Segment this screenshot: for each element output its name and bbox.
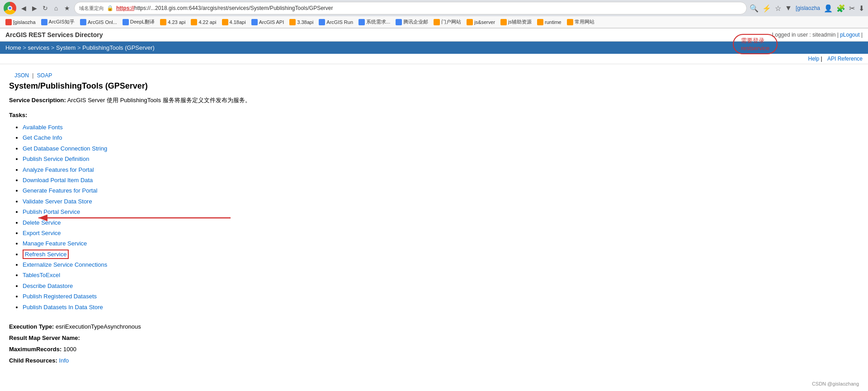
url-display: https://https://...2018.gis.com:6443/arc… — [116, 5, 742, 11]
breadcrumb-sep3: > — [77, 44, 82, 51]
bookmark-tencent[interactable]: 腾讯企业邮 — [394, 18, 430, 26]
home-button[interactable]: ⌂ — [52, 4, 61, 13]
url-rest: https://...2018.gis.com:6443/arcgis/rest… — [134, 5, 333, 11]
task-generate-features-portal[interactable]: Generate Features for Portal — [23, 187, 97, 194]
help-link[interactable]: Help — [808, 56, 819, 62]
task-export-service[interactable]: Export Service — [23, 230, 61, 236]
task-publish-registered-datasets[interactable]: Publish Registered Datasets — [23, 293, 97, 300]
extension-icon[interactable]: 🧩 — [836, 4, 845, 13]
help-bar: Help | API Reference — [0, 54, 868, 64]
task-analyze-features-portal[interactable]: Analyze Features for Portal — [23, 166, 94, 173]
list-item: Download Portal Item Data — [23, 175, 859, 185]
task-tables-to-excel[interactable]: TablesToExcel — [23, 272, 60, 278]
max-records-row: MaximumRecords: 1000 — [9, 346, 859, 353]
url-highlight: https:// — [116, 5, 134, 11]
bookmark-arcgis-run[interactable]: ArcGIS Run — [317, 18, 355, 26]
lightning-icon: ⚡ — [762, 4, 771, 13]
bookmark-button[interactable]: ★ — [62, 4, 71, 13]
list-item: Publish Portal Service — [23, 207, 859, 217]
bookmark-runtime[interactable]: runtime — [535, 18, 563, 26]
chevron-down-icon[interactable]: ▼ — [785, 4, 792, 12]
list-item: Get Cache Info — [23, 132, 859, 143]
list-item: Externalize Service Connections — [23, 259, 859, 270]
browser-toolbar-icons: 🔍 ⚡ ☆ ▼ [gislaozha 👤 🧩 ✂ ⬇ — [750, 4, 864, 13]
bookmark-arcgis-online[interactable]: ArcGIS Onl... — [78, 18, 119, 26]
task-get-db-conn-string[interactable]: Get Database Connection String — [23, 145, 107, 152]
breadcrumb-current[interactable]: PublishingTools (GPServer) — [82, 44, 155, 51]
json-link[interactable]: JSON — [14, 72, 29, 79]
logout-link[interactable]: pLogout — [840, 32, 859, 38]
list-item: Get Database Connection String — [23, 143, 859, 154]
service-description: Service Description: ArcGIS Server 使用 Pu… — [9, 96, 859, 104]
task-publish-datasets-data-store[interactable]: Publish Datasets In Data Store — [23, 304, 103, 311]
browser-chrome: ◀ ▶ ↻ ⌂ ★ 域名重定向 🔒 https://https://...201… — [0, 0, 868, 28]
breadcrumb-services[interactable]: services — [28, 44, 50, 51]
list-item: Delete Service — [23, 217, 859, 228]
arcgis-header: ArcGIS REST Services Directory Logged in… — [0, 28, 868, 42]
result-map-server-row: Result Map Server Name: — [9, 334, 859, 341]
page-heading: System/PublishingTools (GPServer) — [9, 81, 859, 91]
bookmark-gislaozha[interactable]: [gislaozha — [4, 18, 38, 26]
domain-redirect-label: 域名重定向 — [79, 5, 104, 12]
separator-pipe2: | — [861, 32, 863, 38]
reload-button[interactable]: ↻ — [41, 4, 50, 13]
tasks-label: Tasks: — [9, 112, 859, 118]
search-icon[interactable]: 🔍 — [750, 4, 759, 13]
refresh-service-box: Refresh Service — [23, 250, 69, 259]
service-desc-text: ArcGIS Server 使用 PublishingTools 服务将服务定义… — [67, 97, 251, 104]
bookmark-common[interactable]: 常用网站 — [565, 18, 596, 26]
result-map-server-label: Result Map Server Name: — [9, 334, 80, 341]
lock-icon: 🔒 — [107, 5, 113, 11]
browser-titlebar: ◀ ▶ ↻ ⌂ ★ 域名重定向 🔒 https://https://...201… — [0, 0, 868, 16]
task-publish-service-def[interactable]: Publish Service Definition — [23, 155, 89, 162]
bookmark-jsresource[interactable]: js辅助资源 — [499, 18, 533, 26]
child-resources-info-link[interactable]: Info — [59, 357, 69, 364]
task-publish-portal-service[interactable]: Publish Portal Service — [23, 208, 80, 215]
star-icon[interactable]: ☆ — [775, 4, 781, 13]
task-manage-feature-service[interactable]: Manage Feature Service — [23, 240, 87, 247]
list-item: Manage Feature Service — [23, 238, 859, 249]
profile-icon[interactable]: 👤 — [824, 4, 833, 13]
bookmark-portal[interactable]: 门户网站 — [432, 18, 463, 26]
arcgis-rest-title: ArcGIS REST Services Directory — [5, 31, 103, 38]
chrome-logo — [4, 2, 16, 14]
task-describe-datastore[interactable]: Describe Datastore — [23, 283, 73, 289]
task-refresh-service[interactable]: Refresh Service — [25, 251, 66, 258]
breadcrumb-sep2: > — [51, 44, 56, 51]
task-delete-service[interactable]: Delete Service — [23, 219, 61, 226]
breadcrumb-system[interactable]: System — [56, 44, 75, 51]
bookmark-arcgis-zhihu[interactable]: ArcGIS知乎 — [39, 18, 76, 26]
address-bar[interactable]: 域名重定向 🔒 https://https://...2018.gis.com:… — [74, 2, 747, 14]
browser-controls: ◀ ▶ ↻ ⌂ ★ — [19, 4, 71, 13]
back-button[interactable]: ◀ — [19, 4, 28, 13]
bookmark-338api[interactable]: 3.38api — [288, 18, 315, 26]
list-item: Publish Service Definition — [23, 154, 859, 164]
task-validate-server-data-store[interactable]: Validate Server Data Store — [23, 198, 92, 205]
download-icon[interactable]: ⬇ — [859, 4, 864, 13]
cut-icon[interactable]: ✂ — [849, 4, 855, 13]
bookmark-422api[interactable]: 4.22 api — [189, 18, 218, 26]
task-available-fonts[interactable]: Available Fonts — [23, 124, 63, 131]
forward-button[interactable]: ▶ — [30, 4, 39, 13]
child-resources-row: Child Resources: Info — [9, 357, 859, 364]
child-resources-label: Child Resources: — [9, 357, 57, 364]
list-item: Validate Server Data Store — [23, 196, 859, 207]
bookmark-418api[interactable]: 4.18api — [220, 18, 248, 26]
task-externalize-connections[interactable]: Externalize Service Connections — [23, 261, 107, 268]
bookmark-jsserver[interactable]: js&server — [465, 18, 497, 26]
bookmark-sysreqs[interactable]: 系统需求... — [357, 18, 392, 26]
bookmark-423api[interactable]: 4.23 api — [158, 18, 187, 26]
task-get-cache-info[interactable]: Get Cache Info — [23, 134, 62, 141]
breadcrumb-home[interactable]: Home — [5, 44, 21, 51]
list-item: Describe Datastore — [23, 281, 859, 291]
task-download-portal-item-data[interactable]: Download Portal Item Data — [23, 177, 93, 184]
execution-type-value: esriExecutionTypeAsynchronous — [56, 323, 141, 330]
info-section: Execution Type: esriExecutionTypeAsynchr… — [9, 323, 859, 364]
bookmark-deepl[interactable]: DeepL翻译 — [121, 18, 156, 26]
bookmark-arcgis-api[interactable]: ArcGIS API — [250, 18, 286, 26]
list-item-refresh: Refresh Service — [23, 249, 859, 259]
api-reference-link[interactable]: API Reference — [827, 56, 863, 62]
nav-bar: Home > services > System > PublishingToo… — [0, 42, 868, 54]
list-item: Export Service — [23, 228, 859, 238]
soap-link[interactable]: SOAP — [37, 72, 52, 79]
